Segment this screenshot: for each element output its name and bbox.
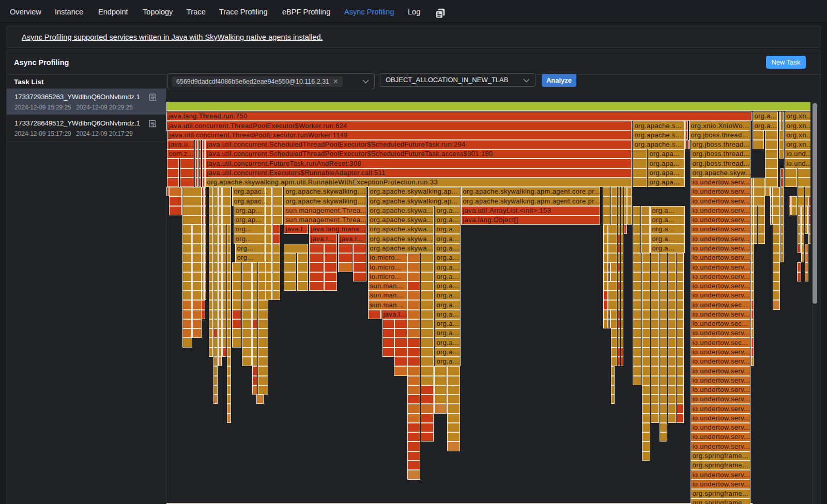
svg-text:org.a...: org.a... <box>652 244 675 252</box>
svg-text:io.undertow.serv...: io.undertow.serv... <box>693 367 750 375</box>
svg-text:org.a...: org.a... <box>437 225 459 233</box>
svg-text:io.undertow.serv...: io.undertow.serv... <box>693 244 750 252</box>
svg-text:org.a...: org.a... <box>437 339 459 346</box>
svg-text:org.xn...: org.xn... <box>787 131 811 139</box>
svg-text:java.lang.Object[]: java.lang.Object[] <box>463 216 518 224</box>
svg-text:org.a...: org.a... <box>755 112 777 120</box>
svg-text:org.a...: org.a... <box>437 320 459 327</box>
svg-text:org.apache.skywa...: org.apache.skywa... <box>370 235 433 243</box>
svg-text:org.apa...: org.apa... <box>650 160 680 167</box>
svg-text:java.l...: java.l... <box>285 225 309 233</box>
svg-text:org...: org... <box>236 235 252 243</box>
svg-text:org.springframe...: org.springframe... <box>693 452 748 460</box>
svg-text:org.ap...: org.ap... <box>236 216 262 224</box>
svg-text:org.apa...: org.apa... <box>650 150 680 158</box>
svg-text:java.util.concurrent.Scheduled: java.util.concurrent.ScheduledThreadPool… <box>207 140 466 148</box>
svg-text:org.springframe...: org.springframe... <box>693 490 748 497</box>
svg-text:java.l...: java.l... <box>340 235 363 243</box>
svg-text:com.z...: com.z... <box>169 150 194 158</box>
svg-text:java.util.concurrent.FutureTas: java.util.concurrent.FutureTask.runAndRe… <box>207 160 362 167</box>
svg-text:org.jboss.thread...: org.jboss.thread... <box>693 160 750 167</box>
svg-text:org.apac...: org.apac... <box>234 197 268 205</box>
svg-text:org.xn...: org.xn... <box>787 112 811 120</box>
svg-text:io.undertow.serv...: io.undertow.serv... <box>693 216 750 224</box>
svg-text:io.undertow.serv...: io.undertow.serv... <box>693 423 750 431</box>
svg-text:org.apache.skyw...: org.apache.skyw... <box>693 169 752 177</box>
svg-text:io.undertow.serv...: io.undertow.serv... <box>693 405 750 413</box>
svg-text:io.undertow.serv...: io.undertow.serv... <box>693 471 750 479</box>
svg-text:io.undertow.serv...: io.undertow.serv... <box>693 329 750 337</box>
svg-text:java.util.concurrent.Scheduled: java.util.concurrent.ScheduledThreadPool… <box>207 150 493 158</box>
svg-text:org.apache.skywalking.ap...: org.apache.skywalking.ap... <box>370 197 458 205</box>
svg-text:io.undertow.serv...: io.undertow.serv... <box>693 310 750 318</box>
svg-text:org.jboss.thread...: org.jboss.thread... <box>693 150 750 158</box>
svg-text:io.und...: io.und... <box>787 160 811 167</box>
svg-text:org.a...: org.a... <box>437 357 459 365</box>
svg-text:org.apac...: org.apac... <box>234 187 268 195</box>
svg-text:io.undertow.serv...: io.undertow.serv... <box>693 225 750 233</box>
svg-text:org.apache.s...: org.apache.s... <box>635 122 682 130</box>
svg-text:java.l...: java.l... <box>311 235 334 243</box>
svg-text:sun.management.Threa...: sun.management.Threa... <box>286 207 367 214</box>
svg-text:io.micro...: io.micro... <box>370 273 401 280</box>
svg-text:org.a...: org.a... <box>652 235 675 243</box>
svg-text:java.l...: java.l... <box>383 310 407 318</box>
svg-text:io.undertow.serv...: io.undertow.serv... <box>693 376 750 384</box>
svg-text:io.undertow.serv...: io.undertow.serv... <box>693 197 750 205</box>
svg-text:io.undertow.serv...: io.undertow.serv... <box>693 291 750 299</box>
svg-text:io.undertow.serv...: io.undertow.serv... <box>693 187 750 195</box>
svg-text:org.a...: org.a... <box>437 235 459 243</box>
svg-text:io.undertow.serv...: io.undertow.serv... <box>693 282 750 290</box>
svg-text:org.apache.skywa...: org.apache.skywa... <box>370 207 433 214</box>
svg-text:org.a...: org.a... <box>437 263 459 271</box>
svg-text:java.u...: java.u... <box>169 140 194 148</box>
svg-text:org.a...: org.a... <box>437 348 459 356</box>
svg-text:org.apache.skywalking.apm.agen: org.apache.skywalking.apm.agent.core.pr.… <box>463 197 601 205</box>
svg-text:org.a...: org.a... <box>437 273 459 280</box>
svg-text:io.undertow.serv...: io.undertow.serv... <box>693 207 750 214</box>
svg-text:io.micro...: io.micro... <box>370 263 401 271</box>
svg-text:org.apache.skywa...: org.apache.skywa... <box>370 225 433 233</box>
svg-text:org.apache.s...: org.apache.s... <box>635 140 682 148</box>
svg-text:org.a...: org.a... <box>755 122 777 130</box>
svg-text:io.undertow.serv...: io.undertow.serv... <box>693 357 750 365</box>
svg-text:io.undertow.serv...: io.undertow.serv... <box>693 414 750 422</box>
svg-text:org.jboss.thread...: org.jboss.thread... <box>691 131 748 139</box>
svg-text:org...: org... <box>237 244 254 252</box>
svg-text:org.springframe...: org.springframe... <box>693 499 748 504</box>
svg-text:org.a...: org.a... <box>652 225 675 233</box>
svg-text:org.apache.skywalking.apm.util: org.apache.skywalking.apm.util.RunnableW… <box>207 178 438 186</box>
svg-text:io.und...: io.und... <box>787 150 811 158</box>
svg-text:io.undertow.serv...: io.undertow.serv... <box>693 263 750 271</box>
svg-text:sun.man...: sun.man... <box>370 282 403 290</box>
svg-text:java.lang.Thread.run:750: java.lang.Thread.run:750 <box>168 112 248 120</box>
svg-text:io.undertow.serv...: io.undertow.serv... <box>693 348 750 356</box>
svg-text:org.apache.skywalking....: org.apache.skywalking.... <box>286 197 366 205</box>
svg-text:org.apache.s...: org.apache.s... <box>635 131 682 139</box>
svg-text:org.a...: org.a... <box>437 244 459 252</box>
svg-text:io.undertow.serv...: io.undertow.serv... <box>693 254 750 261</box>
svg-text:org.a...: org.a... <box>437 254 459 261</box>
svg-text:org.a...: org.a... <box>437 282 459 290</box>
svg-text:org.apa...: org.apa... <box>650 178 680 186</box>
svg-text:java.util.ArrayList.<init>:153: java.util.ArrayList.<init>:153 <box>463 207 552 214</box>
svg-text:org.apache.skywa...: org.apache.skywa... <box>370 216 433 224</box>
svg-text:org.a...: org.a... <box>437 301 459 309</box>
svg-text:sun.man...: sun.man... <box>370 301 403 309</box>
svg-text:io.undertow.sec...: io.undertow.sec... <box>693 339 748 346</box>
svg-text:org.apache.skywalking.ap...: org.apache.skywalking.ap... <box>370 187 458 195</box>
svg-text:io.undertow.serv...: io.undertow.serv... <box>693 386 750 393</box>
svg-text:io.undertow.sec...: io.undertow.sec... <box>693 301 748 309</box>
svg-text:org.a...: org.a... <box>437 216 459 224</box>
svg-text:org.jboss.thread...: org.jboss.thread... <box>693 140 750 148</box>
svg-text:java.util.concurrent.ThreadPoo: java.util.concurrent.ThreadPoolExecutor$… <box>168 122 347 130</box>
svg-text:org.xnio.XnioWo...: org.xnio.XnioWo... <box>691 122 749 130</box>
svg-text:org.apa...: org.apa... <box>650 169 680 177</box>
svg-text:org.springframe...: org.springframe... <box>693 461 748 469</box>
svg-text:org.apache.skywalking....: org.apache.skywalking.... <box>286 187 366 195</box>
svg-text:org...: org... <box>237 254 254 261</box>
svg-text:io.micro...: io.micro... <box>370 254 401 261</box>
svg-text:org.xn...: org.xn... <box>787 122 811 130</box>
svg-text:org.a...: org.a... <box>437 329 459 337</box>
svg-text:org.a...: org.a... <box>437 310 459 318</box>
